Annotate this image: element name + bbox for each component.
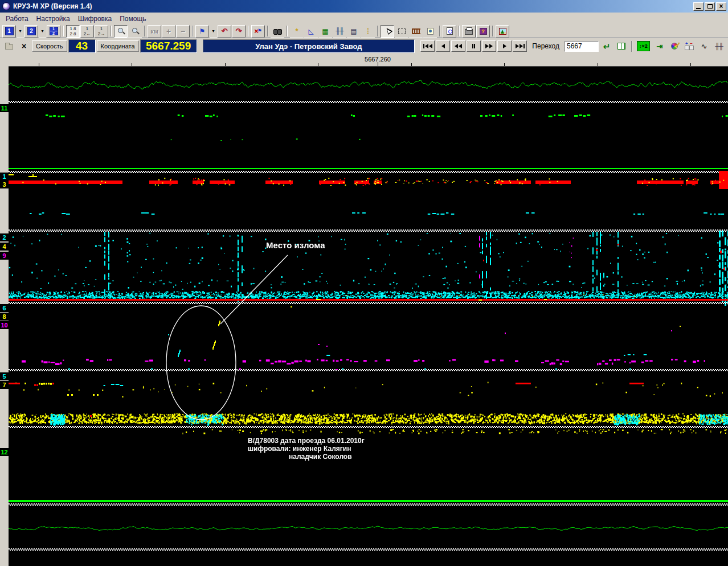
signal-button[interactable]: ∿ <box>697 40 711 52</box>
table-view-button[interactable] <box>615 40 628 52</box>
separator <box>377 26 378 36</box>
step-back-button[interactable] <box>436 40 450 52</box>
plus-icon: + <box>166 27 171 36</box>
zoom-out-button[interactable]: − <box>176 25 190 38</box>
both-threads-button[interactable]: 1 82 8 <box>66 25 80 38</box>
help-book-button[interactable]: ? <box>476 25 490 38</box>
bar-glyph <box>472 44 473 48</box>
note-button[interactable] <box>423 25 437 38</box>
rail-track-button[interactable] <box>409 25 423 38</box>
minimize-icon <box>696 8 701 9</box>
left-triangle-glyph <box>425 44 428 48</box>
measure-button[interactable]: ◺ <box>304 25 318 38</box>
close-file-button[interactable]: × <box>17 40 31 52</box>
open-file-button[interactable] <box>2 40 16 52</box>
separator <box>192 26 193 36</box>
minimize-button[interactable] <box>693 2 704 11</box>
defect-annotation-label: Место излома <box>266 240 325 250</box>
split-view-button[interactable]: 12 <box>47 25 60 38</box>
scale-x2-button[interactable]: ↕×2 <box>635 40 652 52</box>
separator <box>492 26 493 36</box>
palette-button[interactable] <box>668 40 681 52</box>
menu-item-shifrovka[interactable]: Шифровка <box>75 14 117 24</box>
image-icon <box>499 28 506 35</box>
left-triangle-glyph <box>429 44 432 48</box>
route-title: Улан Удэ - Петровский Завод <box>203 39 415 53</box>
wand-button[interactable]: * <box>290 25 304 38</box>
channel1-view-button[interactable]: 1 <box>2 25 16 38</box>
step-forward-button[interactable] <box>497 40 512 52</box>
restore-button[interactable] <box>705 2 715 11</box>
fast-forward-button[interactable] <box>482 40 496 52</box>
image-export-button[interactable] <box>496 25 509 38</box>
pulse-waveform-icon: ∿ <box>701 43 707 50</box>
channel-label-1: 1 <box>0 173 9 181</box>
channel1-dropdown[interactable]: ▾ <box>17 25 24 38</box>
right-triangle-glyph <box>516 44 519 48</box>
ruler-tick <box>411 63 412 66</box>
equalizer-button[interactable]: ╫╫ <box>712 40 726 52</box>
prev-marker-button[interactable]: ↶ <box>218 25 231 38</box>
tree-button[interactable]: ⋮ <box>361 25 375 38</box>
selection-rect-button[interactable] <box>395 25 408 38</box>
pause-button[interactable] <box>467 40 481 52</box>
left-triangle-glyph <box>459 44 462 48</box>
zoom-alt-button[interactable] <box>128 25 142 38</box>
board-settings-button[interactable]: ▦ <box>318 25 332 38</box>
search-button[interactable] <box>271 25 284 38</box>
protocol-button[interactable]: ▤ <box>347 25 361 38</box>
thread1-shift-button[interactable]: 12← <box>80 25 94 38</box>
separator <box>631 41 632 52</box>
app-window: КРУЗ-М ХР (Версия 1.4) × Работа Настройк… <box>0 0 728 566</box>
thread2-shift-button[interactable]: 12→ <box>95 25 108 38</box>
jump-input[interactable] <box>565 41 599 52</box>
gates-button[interactable]: ⇥ <box>653 40 666 52</box>
rewind-button[interactable] <box>451 40 465 52</box>
bscan-plot[interactable] <box>9 67 728 566</box>
delete-marker-button[interactable]: ×⚑ <box>251 25 265 38</box>
skip-start-button[interactable] <box>420 40 435 52</box>
close-button[interactable]: × <box>716 2 726 11</box>
tree-list-icon: ⋮ <box>365 28 371 34</box>
marker-dropdown[interactable]: ▾ <box>210 25 217 38</box>
coordinate-label: Координата <box>97 40 139 52</box>
note-line: наладчик Соколов <box>289 453 365 461</box>
jump-go-button[interactable]: ↵ <box>600 40 614 52</box>
menu-item-pomosch[interactable]: Помощь <box>117 14 151 24</box>
left-triangle-glyph <box>441 44 445 48</box>
set-square-icon: ◺ <box>308 28 313 35</box>
channel1-icon: 1 <box>5 27 14 35</box>
ruler-tick <box>39 63 39 66</box>
channel-label-8: 8 <box>0 313 9 321</box>
menu-item-nastroyka[interactable]: Настройка <box>34 14 75 24</box>
km-marker-button[interactable]: км <box>148 25 161 38</box>
next-marker-button[interactable]: ↷ <box>232 25 246 38</box>
ruler-tick <box>318 63 318 66</box>
skip-end-button[interactable] <box>513 40 527 52</box>
print-button[interactable] <box>462 25 476 38</box>
channel-gutter: 111324968105712 <box>0 54 9 566</box>
ruler-tick <box>598 63 598 66</box>
channel2-view-button[interactable]: 2 <box>24 25 38 38</box>
zoom-in-button[interactable]: + <box>162 25 175 38</box>
sliders-icon: ╫╫ <box>336 28 343 34</box>
right-triangle-glyph <box>503 44 506 48</box>
document-edit-icon: ▤ <box>350 28 357 35</box>
equalizer-icon: ╫╫ <box>715 43 723 50</box>
adjust-button[interactable]: +− <box>682 40 696 52</box>
coordinate-value: 5667.259 <box>140 39 197 53</box>
menu-item-rabota[interactable]: Работа <box>3 14 34 24</box>
gate-icon: ⇥ <box>657 43 663 50</box>
separator <box>111 26 112 36</box>
flag-icon: ⚑ <box>257 28 262 34</box>
note-line: шифровали: инженер Калягин <box>248 445 365 453</box>
print-preview-button[interactable] <box>443 25 456 38</box>
separator <box>439 26 440 36</box>
zoom-tool-button[interactable] <box>114 25 128 38</box>
print-preview-icon <box>447 27 453 35</box>
separator <box>144 26 145 36</box>
channel2-dropdown[interactable]: ▾ <box>39 25 46 38</box>
levels-button[interactable]: ╫╫ <box>333 25 346 38</box>
marker-flag-button[interactable]: ⚑ <box>195 25 209 38</box>
cursor-select-button[interactable] <box>381 25 394 38</box>
